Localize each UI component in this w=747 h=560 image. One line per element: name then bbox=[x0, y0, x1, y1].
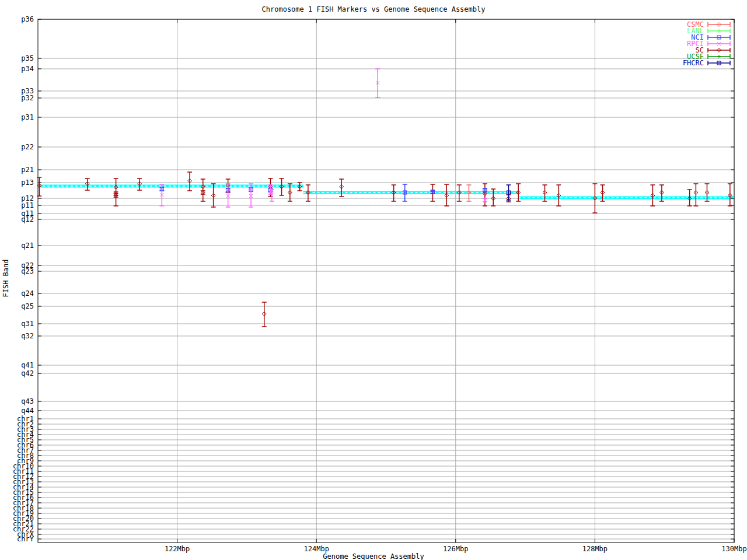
legend: CSMCLANLNCIRPCISCUCSFFHCRC bbox=[683, 20, 730, 67]
y-tick-label: q32 bbox=[21, 332, 34, 340]
y-tick-label: q44 bbox=[21, 407, 34, 415]
y-tick-label: p34 bbox=[21, 65, 34, 73]
y-tick-label: q23 bbox=[21, 267, 34, 275]
y-tick-label: q31 bbox=[21, 320, 34, 328]
y-tick-label: p22 bbox=[21, 143, 34, 151]
y-tick-label: q42 bbox=[21, 369, 34, 377]
y-tick-label: p32 bbox=[21, 94, 34, 102]
y-tick-label: q25 bbox=[21, 302, 34, 310]
legend-label-FHCRC: FHCRC bbox=[683, 59, 704, 67]
plot-area: p36p35p34p33p32p31p22p21p13p12p11q11q12q… bbox=[0, 0, 747, 560]
y-tick-label: p13 bbox=[21, 178, 34, 187]
plus-marker-icon bbox=[717, 55, 721, 58]
chart-root: Chromosome 1 FISH Markers vs Genome Sequ… bbox=[0, 0, 747, 560]
series-CSMC bbox=[466, 185, 471, 201]
y-tick-label: p35 bbox=[21, 54, 34, 62]
y-tick-label: q41 bbox=[21, 361, 34, 369]
x-tick-label: 128Mbp bbox=[582, 545, 608, 553]
y-tick-label: chrY bbox=[17, 535, 34, 543]
y-tick-label: q43 bbox=[21, 397, 34, 405]
y-tick-label: p11 bbox=[21, 201, 34, 209]
series-SC bbox=[37, 172, 732, 327]
y-tick-label: q24 bbox=[21, 289, 34, 298]
x-tick-label: 124Mbp bbox=[304, 545, 329, 553]
y-tick-label: p31 bbox=[21, 113, 34, 121]
y-tick-label: p21 bbox=[21, 166, 34, 174]
x-tick-label: 130Mbp bbox=[721, 545, 746, 553]
x-tick-label: 122Mbp bbox=[165, 545, 190, 553]
x-tick-label: 126Mbp bbox=[443, 545, 468, 553]
y-tick-label: p36 bbox=[21, 15, 34, 23]
y-tick-label: q12 bbox=[21, 215, 34, 223]
y-tick-label: q21 bbox=[21, 242, 34, 250]
plus-marker-icon bbox=[717, 29, 721, 33]
